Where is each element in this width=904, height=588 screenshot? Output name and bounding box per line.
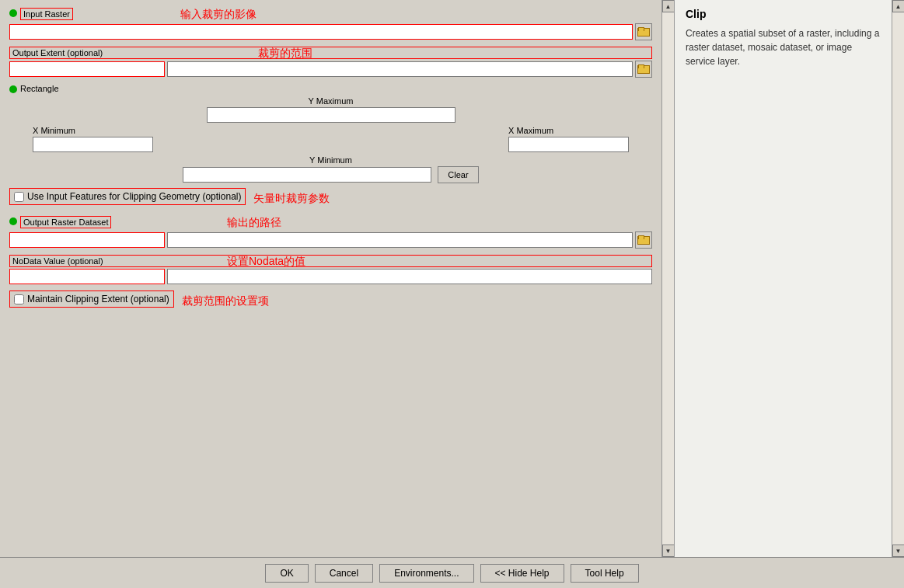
folder-icon xyxy=(637,27,650,37)
nodata-field[interactable] xyxy=(9,269,165,284)
right-panel: Clip Creates a spatial subset of a raste… xyxy=(674,0,892,557)
nodata-annotation: 设置Nodata的值 xyxy=(227,255,305,269)
clipping-geometry-checkbox-row: Use Input Features for Clipping Geometry… xyxy=(9,188,246,205)
scroll-track xyxy=(662,12,675,545)
right-scrollbar: ▲ ▼ xyxy=(892,0,904,557)
clipping-geometry-annotation: 矢量时裁剪参数 xyxy=(253,192,330,206)
output-extent-field[interactable] xyxy=(9,61,165,77)
output-extent-label: Output Extent (optional) xyxy=(9,47,652,59)
output-raster-dot xyxy=(9,217,17,225)
cancel-button[interactable]: Cancel xyxy=(315,564,373,583)
input-raster-field[interactable] xyxy=(9,24,633,40)
output-extent-browse-btn[interactable] xyxy=(635,61,652,78)
y-max-label: Y Maximum xyxy=(309,96,354,106)
bottom-bar: OK Cancel Environments... << Hide Help T… xyxy=(0,557,904,588)
y-min-label: Y Minimum xyxy=(309,155,352,165)
help-title: Clip xyxy=(686,8,881,20)
output-extent-field2[interactable] xyxy=(167,61,633,77)
maintain-extent-label: Maintain Clipping Extent (optional) xyxy=(27,294,169,304)
x-max-label: X Maximum xyxy=(508,126,629,135)
maintain-extent-checkbox[interactable] xyxy=(14,294,24,304)
right-scroll-track xyxy=(892,12,905,545)
maintain-extent-row: Maintain Clipping Extent (optional) xyxy=(9,291,174,308)
x-min-input[interactable] xyxy=(33,137,153,152)
clipping-geometry-label: Use Input Features for Clipping Geometry… xyxy=(27,191,241,202)
rectangle-dot xyxy=(9,85,17,93)
scroll-up-arrow[interactable]: ▲ xyxy=(662,0,675,12)
help-description: Creates a spatial subset of a raster, in… xyxy=(686,26,881,68)
output-raster-label: Output Raster Dataset xyxy=(20,216,111,228)
left-scrollbar: ▲ ▼ xyxy=(661,0,674,557)
y-min-input[interactable] xyxy=(183,167,431,183)
output-raster-browse-btn[interactable] xyxy=(635,231,652,249)
x-min-label: X Minimum xyxy=(33,126,153,135)
y-max-input[interactable] xyxy=(207,107,455,123)
input-raster-dot xyxy=(9,9,17,17)
folder-icon-3 xyxy=(637,235,650,245)
right-scroll-up[interactable]: ▲ xyxy=(892,0,905,12)
scroll-down-arrow[interactable]: ▼ xyxy=(662,545,675,557)
environments-button[interactable]: Environments... xyxy=(379,564,473,583)
x-max-input[interactable] xyxy=(508,137,629,152)
output-raster-field[interactable] xyxy=(9,232,165,248)
right-scroll-down[interactable]: ▼ xyxy=(892,545,905,557)
clipping-geometry-checkbox[interactable] xyxy=(14,192,24,202)
input-raster-annotation: 输入裁剪的影像 xyxy=(180,8,257,22)
input-raster-label: Input Raster xyxy=(20,8,73,20)
output-extent-annotation: 裁剪的范围 xyxy=(258,47,312,61)
left-panel: Input Raster 输入裁剪的影像 Output Extent (opti… xyxy=(0,0,661,557)
output-raster-path-field[interactable] xyxy=(167,232,633,248)
clear-button[interactable]: Clear xyxy=(438,166,478,183)
output-raster-annotation: 输出的路径 xyxy=(227,216,281,230)
hide-help-button[interactable]: << Hide Help xyxy=(480,564,564,583)
rectangle-label: Rectangle xyxy=(20,84,59,93)
nodata-value-field[interactable] xyxy=(167,269,652,284)
nodata-label: NoData Value (optional) xyxy=(9,255,652,267)
ok-button[interactable]: OK xyxy=(265,564,308,583)
maintain-extent-annotation: 裁剪范围的设置项 xyxy=(182,294,269,308)
folder-icon-2 xyxy=(637,64,650,74)
input-raster-browse-btn[interactable] xyxy=(635,23,652,40)
tool-help-button[interactable]: Tool Help xyxy=(571,564,639,583)
